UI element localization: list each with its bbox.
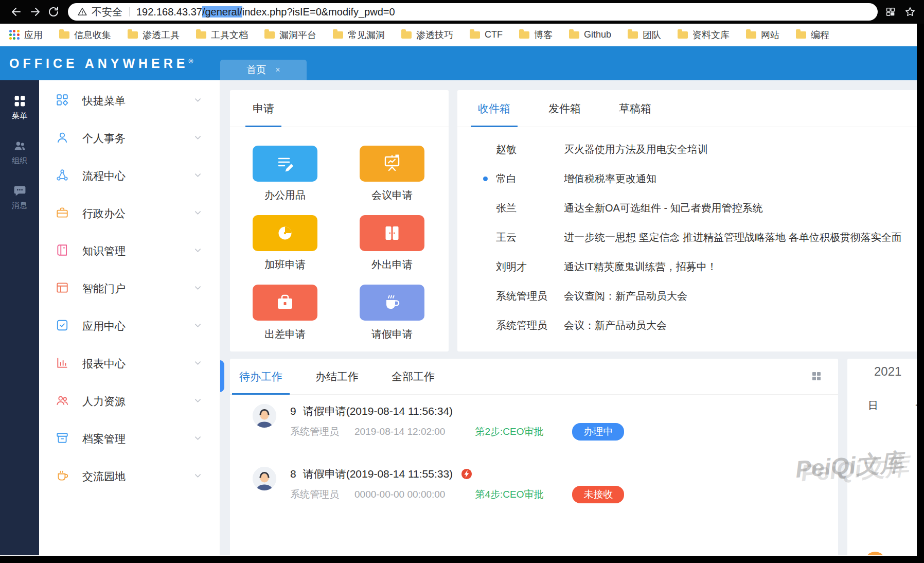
rail-item-org[interactable]: 组织 (12, 139, 27, 166)
menu-item-admin[interactable]: 行政办公 (39, 195, 220, 232)
menu-item-process[interactable]: 流程中心 (39, 157, 220, 195)
tab-all-work[interactable]: 全部工作 (392, 359, 435, 394)
menu-item-portal[interactable]: 智能门户 (39, 270, 220, 307)
bookmark-item[interactable]: 网站 (746, 29, 779, 41)
bookmark-item[interactable]: 常见漏洞 (333, 29, 385, 41)
bookmark-label: 渗透技巧 (416, 29, 453, 41)
tab-drafts[interactable]: 草稿箱 (619, 90, 651, 127)
calendar-date-highlight[interactable] (865, 552, 885, 555)
work-title: 请假申请(2019-08-14 11:56:34) (303, 404, 453, 418)
bookmark-item[interactable]: 编程 (796, 29, 829, 41)
reload-button[interactable] (44, 3, 63, 21)
tab-finished-work[interactable]: 办结工作 (315, 359, 359, 394)
folder-icon (519, 31, 529, 39)
chevron-down-icon (194, 134, 201, 143)
extensions-icon[interactable] (885, 6, 896, 17)
sidebar-menu: 快捷菜单 个人事务 流程中心 行政办公 知识管理 (39, 80, 220, 555)
menu-item-quick-menu[interactable]: 快捷菜单 (39, 82, 220, 119)
back-button[interactable] (7, 3, 26, 21)
work-item[interactable]: 9 请假申请(2019-08-14 11:56:34) 系统管理员 2019-0… (253, 404, 838, 441)
weekday-label: 日 (868, 399, 878, 413)
tile-leave-request[interactable]: 请假申请 (360, 285, 424, 341)
mail-row[interactable]: 张兰通达全新OA可选组件 - 知己者费用管控系统 (457, 193, 917, 223)
people-icon (56, 394, 69, 409)
mail-row[interactable]: 王云进一步统一思想 坚定信念 推进精益管理战略落地 各单位积极贯彻落实全面 (457, 223, 917, 252)
chevron-down-icon (194, 209, 201, 218)
folder-icon (796, 31, 806, 39)
tile-business-trip-request[interactable]: 出差申请 (253, 285, 317, 341)
folder-icon (569, 31, 579, 39)
work-time: 2019-08-14 12:02:00 (354, 426, 445, 437)
address-separator (129, 7, 130, 16)
tab-outbox[interactable]: 发件箱 (548, 90, 581, 127)
close-icon[interactable]: × (275, 65, 280, 75)
bookmark-item[interactable]: 漏洞平台 (264, 29, 316, 41)
tab-apply[interactable]: 申请 (253, 90, 274, 127)
bookmark-item[interactable]: CTF (470, 29, 503, 40)
nav-rail: 菜单 组织 消息 (0, 80, 39, 555)
mail-row[interactable]: 常白增值税税率更改通知 (457, 164, 917, 193)
bookmark-item[interactable]: 渗透技巧 (401, 29, 453, 41)
bookmark-label: CTF (485, 29, 503, 40)
menu-item-app-center[interactable]: 应用中心 (39, 307, 220, 345)
menu-item-archive[interactable]: 档案管理 (39, 420, 220, 458)
menu-item-hr[interactable]: 人力资源 (39, 382, 220, 420)
person-icon (56, 131, 69, 146)
chevron-down-icon (194, 359, 201, 368)
address-bar[interactable]: 不安全 192.168.43.37/general/index.php?isIE… (68, 3, 878, 21)
avatar (253, 404, 276, 428)
calendar-card: 2021 日 一 (847, 359, 917, 555)
folder-icon (401, 31, 412, 39)
folder-icon (678, 31, 688, 39)
chevron-down-icon (194, 322, 201, 331)
grid-view-icon[interactable] (812, 372, 821, 380)
bookmark-item[interactable]: 渗透工具 (128, 29, 180, 41)
mail-row[interactable]: 赵敏灭火器使用方法及用电安全培训 (457, 135, 917, 164)
chevron-down-icon (194, 472, 201, 481)
tab-pending-work[interactable]: 待办工作 (239, 359, 282, 394)
mail-row[interactable]: 刘明才通达IT精英魔鬼训练营，招募中！ (457, 252, 917, 282)
briefcase-icon (56, 206, 69, 221)
menu-item-reports[interactable]: 报表中心 (39, 345, 220, 382)
cup-icon (360, 285, 424, 321)
bookmark-label: 资料文库 (692, 29, 730, 41)
tile-overtime-request[interactable]: 加班申请 (253, 215, 317, 272)
archive-box-icon (56, 431, 69, 447)
folder-icon (628, 31, 638, 39)
bookmark-item[interactable]: 工具文档 (196, 29, 248, 41)
mail-row[interactable]: 系统管理员会议：新产品动员大会 (457, 311, 917, 340)
bookmark-item[interactable]: 资料文库 (678, 29, 730, 41)
browser-chrome: 不安全 192.168.43.37/general/index.php?isIE… (0, 0, 924, 24)
bookmark-label: 团队 (643, 29, 661, 41)
tab-inbox[interactable]: 收件箱 (478, 90, 510, 127)
rail-item-message[interactable]: 消息 (12, 184, 27, 210)
portal-window-icon (56, 281, 69, 296)
bookmark-label: 常见漏洞 (348, 29, 385, 41)
bookmark-item-apps[interactable]: 应用 (9, 29, 43, 41)
menu-item-personal[interactable]: 个人事务 (39, 119, 220, 157)
tile-meeting-request[interactable]: 会议申请 (360, 146, 424, 202)
menu-collapse-handle[interactable] (220, 360, 224, 392)
status-badge: 办理中 (572, 423, 624, 441)
bookmark-item[interactable]: 信息收集 (59, 29, 111, 41)
folder-icon (196, 31, 206, 39)
tile-office-supplies[interactable]: 办公用品 (253, 146, 317, 202)
bookmark-item[interactable]: 团队 (628, 29, 661, 41)
star-icon[interactable] (904, 6, 916, 17)
quick-menu-icon (56, 93, 69, 109)
mail-row[interactable]: 系统管理员会议查阅：新产品动员大会 (457, 282, 917, 311)
bookmark-item[interactable]: 博客 (519, 29, 553, 41)
unread-dot (483, 177, 488, 181)
warning-icon (77, 7, 87, 17)
work-item[interactable]: 8 请假申请(2019-08-14 11:55:33) 系统管理员 0000-0… (253, 467, 838, 503)
tile-outing-request[interactable]: 外出申请 (360, 215, 424, 272)
tab-home[interactable]: 首页 × (220, 60, 307, 80)
bookmark-item[interactable]: Github (569, 29, 611, 40)
forward-button[interactable] (26, 3, 44, 21)
work-title: 请假申请(2019-08-14 11:55:33) (303, 467, 453, 481)
menu-item-knowledge[interactable]: 知识管理 (39, 232, 220, 270)
message-bubble-icon (13, 184, 26, 197)
forward-icon (29, 6, 41, 18)
rail-item-menu[interactable]: 菜单 (12, 95, 27, 121)
menu-item-forum[interactable]: 交流园地 (39, 458, 220, 495)
